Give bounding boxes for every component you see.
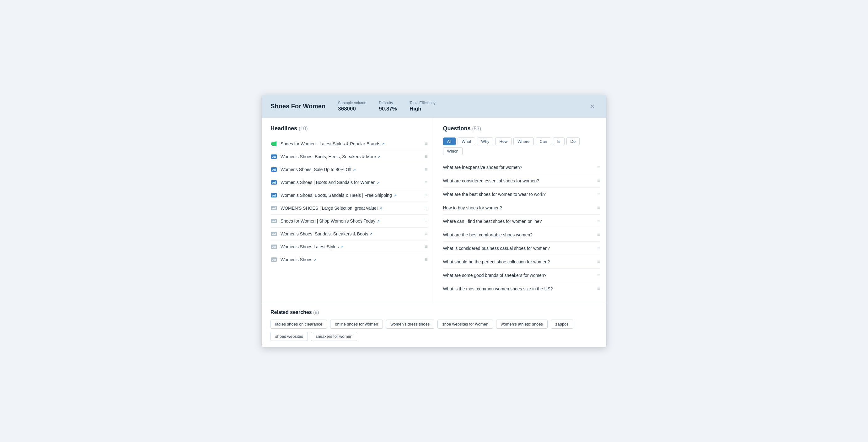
svg-text:Ad: Ad bbox=[272, 207, 276, 210]
headlines-panel: Headlines (10) Shoes for Women - Latest … bbox=[262, 118, 434, 303]
drag-handle-icon[interactable]: ≡ bbox=[597, 286, 600, 292]
question-filter-tabs: AllWhatWhyHowWhereCanIsDoWhich bbox=[443, 138, 600, 155]
questions-list: What are inexpensive shoes for women?≡Wh… bbox=[443, 161, 600, 295]
modal-title: Shoes For Women bbox=[271, 102, 326, 110]
headline-text: Shoes for Women - Latest Styles & Popula… bbox=[281, 141, 422, 146]
subtopic-volume-value: 368000 bbox=[338, 106, 366, 112]
headline-type-icon: Ad bbox=[271, 257, 277, 262]
headlines-list: Shoes for Women - Latest Styles & Popula… bbox=[271, 138, 428, 266]
question-text: What are considered essential shoes for … bbox=[443, 178, 594, 183]
questions-count: (53) bbox=[472, 126, 481, 131]
question-filter-tab-why[interactable]: Why bbox=[477, 138, 493, 145]
related-search-tag[interactable]: shoes websites bbox=[271, 332, 308, 341]
related-search-tag[interactable]: women's dress shoes bbox=[386, 320, 435, 329]
drag-handle-icon[interactable]: ≡ bbox=[425, 154, 427, 159]
external-link-icon[interactable]: ↗ bbox=[353, 168, 356, 172]
external-link-icon[interactable]: ↗ bbox=[340, 245, 343, 249]
related-search-tag[interactable]: zappos bbox=[551, 320, 574, 329]
drag-handle-icon[interactable]: ≡ bbox=[597, 165, 600, 170]
external-link-icon[interactable]: ↗ bbox=[381, 142, 385, 146]
external-link-icon[interactable]: ↗ bbox=[377, 180, 380, 185]
question-filter-tab-do[interactable]: Do bbox=[566, 138, 580, 145]
question-filter-tab-is[interactable]: Is bbox=[553, 138, 564, 145]
headline-type-icon bbox=[271, 141, 277, 147]
drag-handle-icon[interactable]: ≡ bbox=[597, 178, 600, 184]
difficulty-label: Difficulty bbox=[379, 101, 397, 105]
headline-type-icon: Ad bbox=[271, 218, 277, 224]
external-link-icon[interactable]: ↗ bbox=[377, 155, 380, 159]
drag-handle-icon[interactable]: ≡ bbox=[425, 244, 427, 249]
question-text: What should be the perfect shoe collecti… bbox=[443, 259, 594, 264]
headline-type-icon: Ad bbox=[271, 180, 277, 185]
drag-handle-icon[interactable]: ≡ bbox=[597, 205, 600, 211]
headline-item: AdWomen's Shoes Latest Styles↗≡ bbox=[271, 240, 428, 253]
external-link-icon[interactable]: ↗ bbox=[377, 219, 380, 224]
headline-text: Women's Shoes, Boots, Sandals & Heels | … bbox=[281, 193, 422, 198]
related-search-tag[interactable]: shoe websites for women bbox=[437, 320, 493, 329]
headline-type-icon: Ad bbox=[271, 167, 277, 172]
drag-handle-icon[interactable]: ≡ bbox=[597, 272, 600, 278]
modal-body: Headlines (10) Shoes for Women - Latest … bbox=[262, 118, 606, 303]
difficulty-value: 90.87% bbox=[379, 106, 397, 112]
headline-text: Women's Shoes Latest Styles↗ bbox=[281, 244, 422, 249]
drag-handle-icon[interactable]: ≡ bbox=[425, 193, 427, 198]
drag-handle-icon[interactable]: ≡ bbox=[425, 167, 427, 172]
headline-type-icon: Ad bbox=[271, 231, 277, 237]
question-item: How to buy shoes for women?≡ bbox=[443, 201, 600, 215]
external-link-icon[interactable]: ↗ bbox=[313, 258, 317, 262]
related-searches-section: Related searches (8) ladies shoes on cle… bbox=[262, 303, 606, 347]
modal-header: Shoes For Women Subtopic Volume 368000 D… bbox=[262, 95, 606, 118]
related-search-tag[interactable]: women's athletic shoes bbox=[496, 320, 548, 329]
related-searches-title: Related searches (8) bbox=[271, 310, 597, 315]
drag-handle-icon[interactable]: ≡ bbox=[425, 257, 427, 262]
external-link-icon[interactable]: ↗ bbox=[393, 194, 396, 198]
drag-handle-icon[interactable]: ≡ bbox=[425, 205, 427, 211]
question-filter-tab-which[interactable]: Which bbox=[443, 147, 463, 155]
drag-handle-icon[interactable]: ≡ bbox=[597, 232, 600, 238]
headline-text: Shoes for Women | Shop Women's Shoes Tod… bbox=[281, 218, 422, 224]
headline-item: AdWomen's Shoes↗≡ bbox=[271, 253, 428, 266]
svg-marker-0 bbox=[271, 143, 272, 145]
topic-efficiency-value: High bbox=[409, 106, 435, 112]
question-item: What is considered business casual shoes… bbox=[443, 242, 600, 255]
drag-handle-icon[interactable]: ≡ bbox=[425, 231, 427, 237]
question-filter-tab-all[interactable]: All bbox=[443, 138, 456, 145]
external-link-icon[interactable]: ↗ bbox=[379, 206, 382, 211]
svg-text:Ad: Ad bbox=[272, 168, 276, 171]
headlines-title: Headlines (10) bbox=[271, 125, 428, 132]
question-filter-tab-what[interactable]: What bbox=[458, 138, 475, 145]
question-item: What are the best comfortable shoes wome… bbox=[443, 228, 600, 242]
subtopic-volume-label: Subtopic Volume bbox=[338, 101, 366, 105]
external-link-icon[interactable]: ↗ bbox=[369, 232, 372, 236]
question-text: Where can I find the best shoes for wome… bbox=[443, 219, 594, 224]
related-search-tag[interactable]: ladies shoes on clearance bbox=[271, 320, 327, 329]
related-search-tag[interactable]: sneakers for women bbox=[311, 332, 357, 341]
questions-panel: Questions (53) AllWhatWhyHowWhereCanIsDo… bbox=[434, 118, 607, 303]
drag-handle-icon[interactable]: ≡ bbox=[597, 259, 600, 265]
question-item: What is the most common women shoes size… bbox=[443, 282, 600, 295]
question-filter-tab-where[interactable]: Where bbox=[514, 138, 533, 145]
svg-text:Ad: Ad bbox=[272, 258, 276, 262]
related-search-tag[interactable]: online shoes for women bbox=[330, 320, 382, 329]
headline-item: AdWOMEN'S SHOES | Large Selection, great… bbox=[271, 202, 428, 215]
drag-handle-icon[interactable]: ≡ bbox=[597, 191, 600, 197]
headline-item: AdShoes for Women | Shop Women's Shoes T… bbox=[271, 215, 428, 228]
headline-item: AdWomen's Shoes: Boots, Heels, Sneakers … bbox=[271, 150, 428, 163]
drag-handle-icon[interactable]: ≡ bbox=[425, 218, 427, 224]
headline-text: Women's Shoes | Boots and Sandals for Wo… bbox=[281, 180, 422, 185]
headline-item: AdWomens Shoes: Sale Up to 80% Off↗≡ bbox=[271, 163, 428, 176]
headline-text: Women's Shoes, Sandals, Sneakers & Boots… bbox=[281, 231, 422, 236]
drag-handle-icon[interactable]: ≡ bbox=[597, 245, 600, 251]
question-filter-tab-can[interactable]: Can bbox=[536, 138, 551, 145]
drag-handle-icon[interactable]: ≡ bbox=[597, 218, 600, 224]
headline-item: AdWomen's Shoes, Sandals, Sneakers & Boo… bbox=[271, 228, 428, 240]
question-text: What are the best shoes for women to wea… bbox=[443, 192, 594, 197]
question-filter-tab-how[interactable]: How bbox=[495, 138, 512, 145]
svg-rect-2 bbox=[272, 145, 274, 146]
drag-handle-icon[interactable]: ≡ bbox=[425, 180, 427, 185]
drag-handle-icon[interactable]: ≡ bbox=[425, 141, 427, 147]
related-searches-count: (8) bbox=[313, 310, 319, 315]
topic-efficiency-label: Topic Efficiency bbox=[409, 101, 435, 105]
close-button[interactable]: ✕ bbox=[587, 101, 597, 112]
headline-type-icon: Ad bbox=[271, 193, 277, 198]
